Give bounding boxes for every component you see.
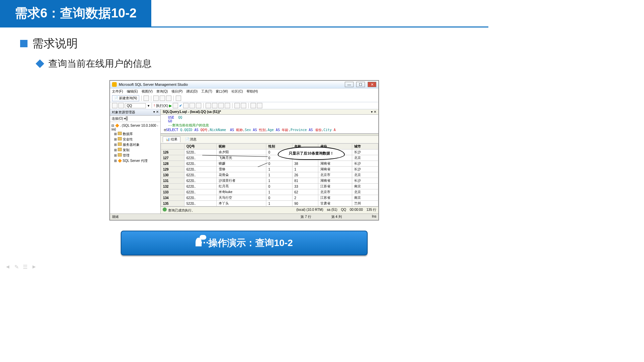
menu-edit[interactable]: 编辑(E) <box>127 89 138 93</box>
status-time: 00:00:00 <box>350 208 363 212</box>
table-row[interactable]: 1346220..天马行空02江苏省南京 <box>161 195 378 201</box>
demo-button-label: 操作演示：查询10-2 <box>208 237 293 249</box>
tab-close-icon[interactable]: ✕ <box>374 110 376 114</box>
toolbar-icon[interactable] <box>196 103 201 108</box>
prev-icon[interactable]: ◄ <box>5 264 10 270</box>
callout-text: 只显示了后10条查询数据！ <box>278 147 345 160</box>
pen-icon[interactable]: ✎ <box>14 264 19 270</box>
connect-button[interactable]: 连接(O) <box>112 117 123 120</box>
object-explorer: 对象资源管理器▾ ✕ 连接(O) ▾ ⊟ 🔶 . (SQL Server 10.… <box>110 109 161 214</box>
messages-tab[interactable]: 📄 消息 <box>182 137 200 142</box>
table-row[interactable]: 1276220..飞舞月光041北京市北京 <box>161 155 378 161</box>
toolbar-icon[interactable] <box>127 116 128 121</box>
toolbar-icon[interactable] <box>218 103 224 108</box>
success-icon <box>163 207 167 212</box>
tree-node[interactable]: 管理 <box>123 154 129 157</box>
status-line: 第 7 行 <box>301 215 311 219</box>
results-grid[interactable]: QQ号昵称性别年龄省份城市 1265220..余夕阳023湖南省长沙127622… <box>161 143 378 206</box>
column-header[interactable]: QQ号 <box>184 144 216 149</box>
status-user: sa (51) <box>327 208 337 212</box>
menu-debug[interactable]: 调试(D) <box>186 89 198 93</box>
menu-query[interactable]: 查询(Q) <box>156 89 168 93</box>
column-header[interactable]: 城市 <box>352 144 378 149</box>
minimize-button[interactable]: — <box>345 82 354 87</box>
menu-window[interactable]: 窗口(W) <box>216 89 228 93</box>
status-col: 第 4 列 <box>331 215 342 219</box>
menu-file[interactable]: 文件(F) <box>112 89 123 93</box>
ssms-app-icon <box>112 82 117 87</box>
tree-node[interactable]: 复制 <box>123 148 129 152</box>
requirement-text: 查询当前在线用户的信息 <box>48 57 152 70</box>
slide-title: 需求6：查询数据10-2 <box>0 0 151 26</box>
maximize-button[interactable]: ☐ <box>356 82 365 87</box>
save-all-icon[interactable] <box>166 96 171 101</box>
table-row[interactable]: 1355220..本丫头190甘肃省兰州 <box>161 201 378 206</box>
menu-project[interactable]: 项目(P) <box>171 89 182 93</box>
toolbar-icon[interactable] <box>118 103 124 108</box>
server-node[interactable]: . (SQL Server 10.0.1600 - sa) <box>111 124 158 131</box>
play-icon[interactable]: ▶ <box>169 104 172 108</box>
person-chat-icon: … <box>196 238 202 249</box>
new-query-button[interactable]: 📄 新建查询(N) <box>112 95 139 101</box>
toolbar-icon[interactable] <box>257 103 262 108</box>
tree-node[interactable]: 安全性 <box>123 137 133 141</box>
menu-tools[interactable]: 工具(T) <box>201 89 212 93</box>
result-tabs: 📊 结果 📄 消息 <box>161 136 378 143</box>
results-tab[interactable]: 📊 结果 <box>163 136 180 142</box>
toolbar-icon[interactable] <box>144 96 149 101</box>
save-icon[interactable] <box>160 96 165 101</box>
table-row[interactable]: 1316220..沙漠里行者181湖南省长沙 <box>161 178 378 184</box>
toolbar-icon[interactable] <box>225 103 230 108</box>
object-tree[interactable]: ⊟ 🔶 . (SQL Server 10.0.1600 - sa) ⊞ 数据库 … <box>110 122 160 165</box>
table-row[interactable]: 1336220..米奇kuke162北京市北京 <box>161 189 378 195</box>
outdent-icon[interactable] <box>241 103 246 108</box>
query-status-bar: 查询已成功执行。 (local) (10.0 RTM) sa (51) QQ 0… <box>161 206 378 214</box>
toolbar-icon[interactable] <box>212 103 217 108</box>
table-row[interactable]: 1296220..雪修11湖南省长沙 <box>161 167 378 172</box>
status-rows: 135 行 <box>367 208 376 212</box>
table-row[interactable]: 1326220..红月亮033江苏省南京 <box>161 184 378 189</box>
toolbar-1: 📄 新建查询(N) <box>110 95 378 102</box>
table-row[interactable]: 1286220..晓媛038湖南省长沙 <box>161 161 378 167</box>
database-selector[interactable]: QQ <box>125 103 146 108</box>
menubar: 文件(F) 编辑(E) 视图(V) 查询(Q) 项目(P) 调试(D) 工具(T… <box>110 88 378 95</box>
demo-button[interactable]: … 操作演示：查询10-2 <box>121 231 368 255</box>
stop-icon[interactable] <box>173 103 178 108</box>
menu-community[interactable]: 社区(C) <box>231 89 243 93</box>
open-icon[interactable] <box>153 96 159 101</box>
close-button[interactable]: ✕ <box>368 82 376 87</box>
table-row[interactable]: 1265220..余夕阳023湖南省长沙 <box>161 149 378 155</box>
table-row[interactable]: 1306220..花骨朵126北京市北京 <box>161 172 378 178</box>
toolbar-icon[interactable] <box>112 103 117 108</box>
menu-help[interactable]: 帮助(H) <box>247 89 258 93</box>
indent-icon[interactable] <box>234 103 240 108</box>
execute-button[interactable]: 执行(X) <box>156 103 168 108</box>
ssms-window-title: Microsoft SQL Server Management Studio <box>119 82 188 86</box>
menu-icon[interactable]: ☰ <box>23 264 28 270</box>
status-db: QQ <box>341 208 346 212</box>
status-server: (local) (10.0 RTM) <box>296 208 323 212</box>
toolbar-2: QQ ▾ ! 执行(X) ▶ ✔ <box>110 102 378 109</box>
toolbar-icon[interactable] <box>176 96 181 101</box>
section-label: 需求说明 <box>32 36 78 51</box>
toolbar-icon[interactable] <box>206 103 211 108</box>
next-icon[interactable]: ► <box>32 264 37 270</box>
tree-node[interactable]: 数据库 <box>123 132 133 136</box>
tab-dropdown-icon[interactable]: ▾ <box>371 110 373 114</box>
menu-view[interactable]: 视图(V) <box>142 89 153 93</box>
toolbar-icon[interactable] <box>190 103 195 108</box>
sql-editor[interactable]: USE QQ GO --查询当前在线用户的信息 ⊟SELECT Q.QQID A… <box>161 115 378 134</box>
close-panel-icon[interactable]: ✕ <box>156 110 159 114</box>
toolbar-icon[interactable] <box>183 103 189 108</box>
column-header[interactable] <box>161 144 184 149</box>
editor-tab[interactable]: SQLQuery1.sql - (local).QQ (sa (51))* <box>163 110 221 114</box>
column-header[interactable]: 昵称 <box>216 144 266 149</box>
check-icon[interactable]: ✔ <box>179 104 182 108</box>
square-bullet-icon <box>20 40 28 47</box>
pin-icon[interactable]: ▾ <box>153 110 155 114</box>
tree-node[interactable]: SQL Server 代理 <box>123 159 148 163</box>
tree-node[interactable]: 服务器对象 <box>123 143 140 146</box>
comment-icon[interactable] <box>251 103 256 108</box>
ssms-titlebar: Microsoft SQL Server Management Studio —… <box>110 81 378 88</box>
status-ready: 就绪 <box>112 215 119 219</box>
